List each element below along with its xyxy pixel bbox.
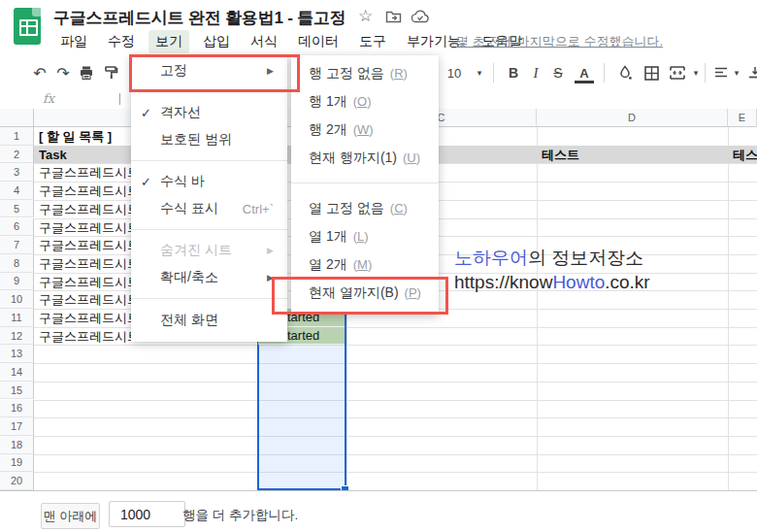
menu-item-label: 열 1개 — [309, 228, 347, 246]
row-header-1[interactable]: 1 — [0, 127, 34, 146]
shortcut-key: (C) — [390, 201, 408, 216]
font-size-value[interactable]: 10 — [442, 55, 467, 90]
menu-item-수식 표시[interactable]: 수식 표시Ctrl+` — [131, 195, 287, 222]
toolbar-divider — [493, 63, 494, 83]
menu-item-전체 화면[interactable]: 전체 화면 — [131, 307, 287, 334]
menu-separator — [291, 183, 439, 183]
menubar-item-삽입[interactable]: 삽입 — [196, 30, 237, 53]
shortcut-accelerator: Ctrl+` — [243, 202, 274, 216]
gridline — [34, 382, 757, 382]
fill-color-button[interactable] — [613, 55, 637, 90]
column-header-E[interactable]: E — [728, 109, 757, 127]
row-header-4[interactable]: 4 — [0, 182, 34, 200]
menu-item-숨겨진 시트: 숨겨진 시트▶ — [131, 237, 287, 264]
row-header-17[interactable]: 17 — [0, 417, 34, 436]
merge-dropdown-icon[interactable]: ▾ — [690, 55, 702, 90]
text-color-button[interactable]: A — [575, 65, 594, 83]
row-header-15[interactable]: 15 — [0, 382, 34, 400]
row-header-12[interactable]: 12 — [0, 327, 34, 346]
row-header-11[interactable]: 11 — [0, 309, 34, 327]
gridline — [34, 417, 757, 418]
shortcut-key: (U) — [403, 150, 420, 165]
menu-item-보호된 범위[interactable]: 보호된 범위 — [131, 126, 287, 153]
menu-item-행 2개[interactable]: 행 2개(W) — [291, 116, 439, 144]
undo-button[interactable]: ↶ — [29, 55, 50, 90]
menu-item-행 1개[interactable]: 행 1개(O) — [291, 87, 439, 116]
star-icon[interactable]: ☆ — [358, 8, 373, 25]
menu-item-수식 바[interactable]: ✓수식 바 — [131, 168, 287, 195]
gridline — [34, 345, 757, 346]
annotation-box-freeze — [129, 54, 300, 92]
cloud-saved-icon[interactable] — [411, 10, 429, 27]
add-rows-button[interactable]: 맨 아래에 — [41, 503, 100, 529]
menu-item-행 고정 없음[interactable]: 행 고정 없음(R) — [291, 59, 439, 87]
font-size-dropdown-icon[interactable]: ▾ — [474, 55, 485, 90]
row-header-13[interactable]: 13 — [0, 345, 34, 363]
row-header-6[interactable]: 6 — [0, 218, 34, 237]
row-header-9[interactable]: 9 — [0, 273, 34, 291]
borders-button[interactable] — [640, 55, 663, 90]
shortcut-key: (R) — [390, 66, 408, 81]
add-rows-count-input[interactable] — [109, 501, 185, 527]
vertical-align-button[interactable] — [745, 55, 757, 90]
move-folder-icon[interactable] — [385, 10, 402, 27]
paint-format-button[interactable] — [100, 55, 121, 90]
row-header-19[interactable]: 19 — [0, 454, 34, 473]
row-header-8[interactable]: 8 — [0, 254, 34, 273]
menu-item-label: 수식 바 — [160, 173, 205, 190]
menu-item-격자선[interactable]: ✓격자선 — [131, 99, 287, 126]
google-sheets-window: 구글스프레드시트 완전 활용법1 - 틀고정 ☆ 파일수정보기삽입서식데이터도구… — [0, 0, 757, 532]
menubar-item-데이터[interactable]: 데이터 — [291, 30, 346, 53]
row-header-14[interactable]: 14 — [0, 363, 34, 382]
row-header-18[interactable]: 18 — [0, 436, 34, 454]
row-header-16[interactable]: 16 — [0, 400, 34, 418]
row-header-20[interactable]: 20 — [0, 472, 34, 490]
menu-item-확대/축소[interactable]: 확대/축소▶ — [131, 264, 287, 291]
column-header-D[interactable]: D — [537, 109, 728, 127]
strikethrough-button[interactable]: S — [547, 55, 569, 90]
add-rows-suffix-label: 행을 더 추가합니다. — [182, 507, 298, 524]
italic-button[interactable]: I — [525, 55, 546, 90]
row-header-2[interactable]: 2 — [0, 146, 34, 164]
sheets-logo-icon[interactable] — [14, 8, 41, 45]
shortcut-key: (L) — [353, 229, 369, 244]
row-header-10[interactable]: 10 — [0, 290, 34, 309]
menu-item-label: 확대/축소 — [160, 269, 218, 286]
menu-item-열 2개[interactable]: 열 2개(M) — [291, 250, 439, 279]
menu-item-열 1개[interactable]: 열 1개(L) — [291, 222, 439, 250]
menu-item-label: 행 1개 — [309, 93, 347, 111]
row-header-7[interactable]: 7 — [0, 236, 34, 254]
gridline — [34, 400, 757, 401]
annotation-box-up-to-current-column — [272, 277, 448, 315]
shortcut-key: (M) — [353, 257, 373, 272]
menu-item-label: 보호된 범위 — [160, 131, 232, 149]
print-button[interactable] — [76, 55, 97, 90]
toolbar-divider — [705, 63, 706, 83]
merge-cells-button[interactable] — [666, 55, 689, 90]
menubar-item-수정[interactable]: 수정 — [101, 30, 142, 53]
menubar-item-서식[interactable]: 서식 — [244, 30, 284, 53]
watermark-line2: https://knowHowto.co.kr — [454, 270, 650, 294]
select-all-corner[interactable] — [0, 109, 34, 127]
horizontal-align-dropdown-icon[interactable]: ▾ — [731, 55, 742, 90]
row-header-3[interactable]: 3 — [0, 163, 34, 182]
save-status-text[interactable]: 몇 초 전에 마지막으로 수정했습니다. — [456, 33, 663, 50]
cell-D2[interactable]: 테스트 — [542, 146, 726, 164]
menu-item-현재 행까지(1)[interactable]: 현재 행까지(1)(U) — [291, 144, 439, 172]
menubar-item-보기[interactable]: 보기 — [148, 30, 189, 53]
menu-item-열 고정 없음[interactable]: 열 고정 없음(C) — [291, 194, 439, 222]
menubar-item-도구[interactable]: 도구 — [352, 30, 393, 53]
menubar-item-파일[interactable]: 파일 — [53, 30, 94, 53]
redo-button[interactable]: ↷ — [52, 55, 74, 90]
menu-item-label: 열 2개 — [309, 256, 347, 274]
gridline — [537, 127, 538, 490]
formula-input-cursor — [119, 93, 120, 105]
menu-item-label: 전체 화면 — [160, 312, 218, 329]
watermark-line1: 노하우어의 정보저장소 — [454, 246, 650, 270]
bold-button[interactable]: B — [503, 55, 524, 90]
row-header-5[interactable]: 5 — [0, 200, 34, 218]
cell-E2[interactable]: 테스트 — [733, 146, 757, 164]
checkmark-icon: ✓ — [141, 175, 160, 189]
document-title[interactable]: 구글스프레드시트 완전 활용법1 - 틀고정 — [53, 7, 346, 29]
horizontal-align-button[interactable] — [711, 55, 731, 90]
